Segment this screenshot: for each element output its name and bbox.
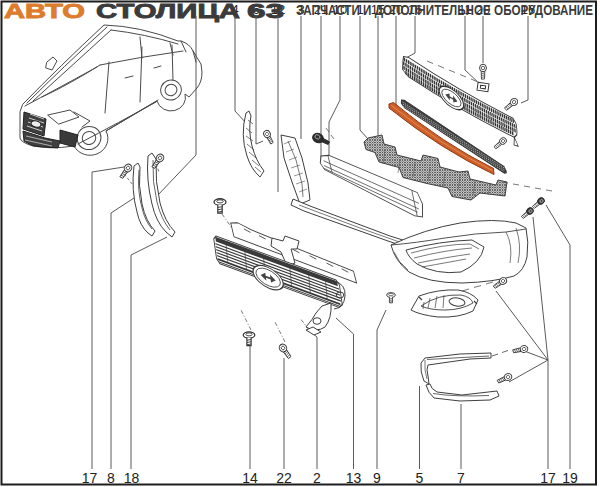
svg-text:СТОЛИЦА: СТОЛИЦА	[96, 0, 240, 22]
svg-text:АВТО: АВТО	[4, 0, 85, 22]
svg-text:ЗАПЧАСТИ И ДОПОЛНИТЕЛЬНОЕ ОБОР: ЗАПЧАСТИ И ДОПОЛНИТЕЛЬНОЕ ОБОРУДОВАНИЕ	[296, 2, 593, 18]
